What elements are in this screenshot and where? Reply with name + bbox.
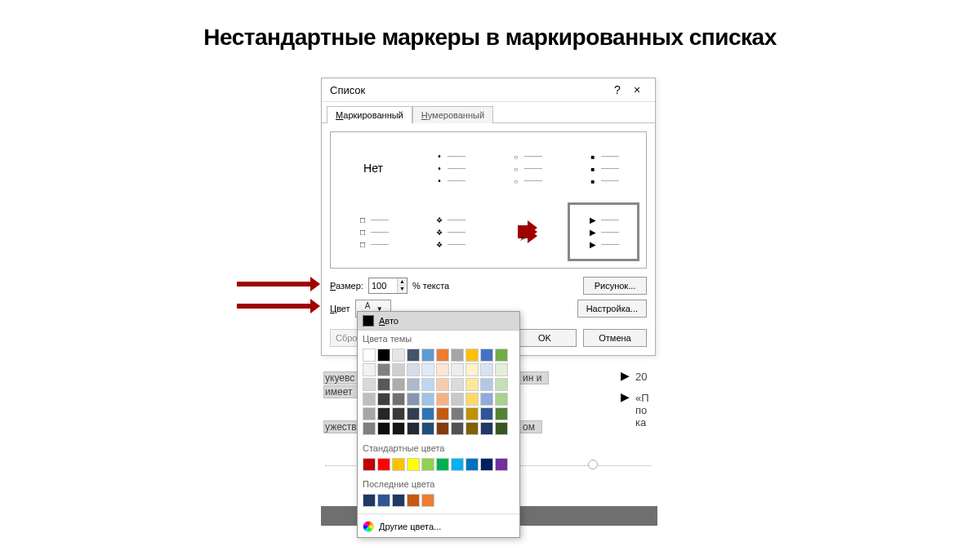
theme-color-swatch[interactable] [480, 422, 493, 435]
theme-color-swatch[interactable] [480, 378, 493, 391]
cancel-button[interactable]: Отмена [583, 329, 647, 347]
more-colors[interactable]: Другие цвета... [358, 516, 519, 537]
theme-color-swatch[interactable] [480, 407, 493, 420]
theme-color-swatch[interactable] [495, 378, 508, 391]
theme-color-swatch[interactable] [495, 422, 508, 435]
standard-color-swatch[interactable] [436, 458, 449, 471]
auto-swatch-icon [363, 315, 374, 327]
theme-color-swatch[interactable] [363, 349, 376, 362]
customize-button[interactable]: Настройка... [577, 300, 647, 318]
spinner-down-icon[interactable]: ▼ [398, 286, 407, 293]
theme-color-swatch[interactable] [407, 349, 420, 362]
theme-color-swatch[interactable] [436, 378, 449, 391]
standard-color-swatch[interactable] [421, 458, 434, 471]
theme-color-swatch[interactable] [466, 393, 479, 406]
theme-color-swatch[interactable] [363, 378, 376, 391]
theme-color-swatch[interactable] [377, 378, 390, 391]
recent-color-swatch[interactable] [392, 494, 405, 507]
recent-color-swatch[interactable] [421, 494, 434, 507]
theme-color-swatch[interactable] [466, 378, 479, 391]
standard-color-swatch[interactable] [407, 458, 420, 471]
standard-color-swatch[interactable] [495, 458, 508, 471]
theme-color-swatch[interactable] [480, 349, 493, 362]
theme-color-swatch[interactable] [466, 363, 479, 376]
theme-color-swatch[interactable] [392, 393, 405, 406]
theme-color-swatch[interactable] [392, 363, 405, 376]
theme-color-swatch[interactable] [392, 378, 405, 391]
theme-color-swatch[interactable] [495, 393, 508, 406]
theme-color-swatch[interactable] [392, 407, 405, 420]
theme-color-swatch[interactable] [421, 393, 434, 406]
bullet-option-dot[interactable] [414, 139, 486, 198]
reset-button[interactable]: Сбро [330, 329, 359, 347]
theme-color-swatch[interactable] [377, 393, 390, 406]
theme-color-swatch[interactable] [392, 422, 405, 435]
theme-color-swatch[interactable] [377, 422, 390, 435]
theme-color-swatch[interactable] [377, 349, 390, 362]
theme-color-swatch[interactable] [480, 393, 493, 406]
standard-color-swatch[interactable] [392, 458, 405, 471]
theme-color-swatch[interactable] [363, 422, 376, 435]
theme-color-swatch[interactable] [495, 349, 508, 362]
theme-color-swatch[interactable] [407, 393, 420, 406]
theme-color-swatch[interactable] [480, 363, 493, 376]
bullet-option-square-outline[interactable] [337, 202, 409, 261]
theme-color-swatch[interactable] [407, 422, 420, 435]
color-auto[interactable]: Авто [358, 312, 519, 331]
standard-color-swatch[interactable] [363, 458, 376, 471]
theme-color-swatch[interactable] [363, 363, 376, 376]
theme-color-swatch[interactable] [451, 407, 464, 420]
dialog-tabs: Маркированный Нумерованный [322, 102, 655, 123]
tab-bulleted[interactable]: Маркированный [327, 106, 412, 123]
close-icon[interactable]: × [627, 83, 647, 96]
theme-color-swatch[interactable] [363, 407, 376, 420]
tab-numbered[interactable]: Нумерованный [412, 106, 493, 123]
theme-color-swatch[interactable] [466, 422, 479, 435]
theme-color-swatch[interactable] [421, 407, 434, 420]
bullet-option-diamond[interactable] [414, 202, 486, 261]
theme-color-swatch[interactable] [407, 407, 420, 420]
theme-color-swatch[interactable] [495, 407, 508, 420]
theme-color-swatch[interactable] [451, 363, 464, 376]
bullet-option-circle[interactable] [491, 139, 563, 198]
bullet-option-none[interactable]: Нет [337, 139, 409, 198]
theme-color-swatch[interactable] [436, 349, 449, 362]
standard-color-swatch[interactable] [466, 458, 479, 471]
theme-color-swatch[interactable] [451, 393, 464, 406]
theme-color-swatch[interactable] [451, 422, 464, 435]
bullet-option-triangle[interactable] [568, 202, 639, 261]
standard-color-swatch[interactable] [377, 458, 390, 471]
theme-color-swatch[interactable] [407, 378, 420, 391]
theme-color-swatch[interactable] [451, 349, 464, 362]
picture-button[interactable]: Рисунок... [583, 277, 647, 295]
standard-color-swatch[interactable] [480, 458, 493, 471]
theme-color-swatch[interactable] [466, 349, 479, 362]
theme-color-swatch[interactable] [466, 407, 479, 420]
theme-color-swatch[interactable] [436, 422, 449, 435]
bullet-option-square-filled[interactable] [568, 139, 639, 198]
dialog-titlebar: Список ? × [322, 78, 655, 102]
ok-button[interactable]: OK [513, 329, 577, 347]
spinner-up-icon[interactable]: ▲ [398, 278, 407, 286]
theme-color-swatch[interactable] [495, 363, 508, 376]
recent-color-swatch[interactable] [377, 494, 390, 507]
size-input[interactable] [369, 281, 397, 291]
theme-color-swatch[interactable] [436, 407, 449, 420]
theme-color-swatch[interactable] [377, 363, 390, 376]
theme-color-swatch[interactable] [407, 363, 420, 376]
theme-color-swatch[interactable] [421, 363, 434, 376]
theme-color-swatch[interactable] [421, 422, 434, 435]
help-icon[interactable]: ? [608, 83, 627, 96]
theme-color-swatch[interactable] [436, 393, 449, 406]
standard-color-swatch[interactable] [451, 458, 464, 471]
theme-color-swatch[interactable] [421, 349, 434, 362]
bullet-option-arrow-outline[interactable] [491, 202, 563, 261]
theme-color-swatch[interactable] [421, 378, 434, 391]
recent-color-swatch[interactable] [407, 494, 420, 507]
theme-color-swatch[interactable] [392, 349, 405, 362]
theme-color-swatch[interactable] [363, 393, 376, 406]
recent-color-swatch[interactable] [363, 494, 376, 507]
theme-color-swatch[interactable] [436, 363, 449, 376]
theme-color-swatch[interactable] [377, 407, 390, 420]
theme-color-swatch[interactable] [451, 378, 464, 391]
